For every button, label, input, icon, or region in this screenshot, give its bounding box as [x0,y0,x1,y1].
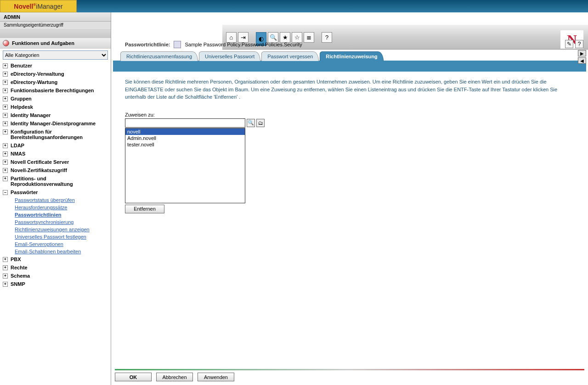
tree-toggle-icon[interactable]: + [3,176,8,181]
list-item[interactable]: novell [125,128,245,135]
tasks-icon [3,40,9,46]
instructions-text: Sie können diese Richtlinie mehreren Per… [111,72,588,106]
tab[interactable]: Universelles Passwort [199,51,260,61]
tree-item[interactable]: +Novell Certificate Server [0,158,111,166]
tree-item[interactable]: +NMAS [0,150,111,158]
tree-item[interactable]: +PBX [0,255,111,263]
list-item[interactable]: tester.novell [125,141,245,148]
tree-item[interactable]: +Schema [0,272,111,280]
apply-button[interactable]: Anwenden [198,373,234,381]
tab[interactable]: Richtlinienzuweisung [320,51,383,61]
page-help-icon[interactable]: ? [575,40,583,48]
tree-item-label: Schema [11,273,108,279]
assign-listbox[interactable]: novellAdmin.novelltester.novell [125,128,245,203]
tree-item-label: Identity Manager-Dienstprogramme [11,121,108,126]
tree-sub-item[interactable]: Passwortsynchronisierung [12,218,111,226]
remove-button[interactable]: Entfernen [125,205,164,213]
tree-toggle-icon[interactable]: – [3,190,8,195]
tree-item-label: Funktionsbasierte Berechtigungen [11,88,108,93]
tree-item-label: Benutzer [11,63,108,68]
ok-button[interactable]: OK [115,373,152,381]
tree-toggle-icon[interactable]: + [3,151,8,156]
breadcrumb: Sammlungseigentümerzugriff [0,22,111,30]
tree-item-label: NMAS [11,151,108,156]
tree-toggle-icon[interactable]: + [3,282,8,287]
content-area: ⌂ ⇥ ◐ 🔍 ★ ☆ ≣ ? N Passwortrichtlinie: Sa… [111,12,588,385]
tree-item[interactable]: +Benutzer [0,61,111,70]
tree-item[interactable]: +eDirectory-Verwaltung [0,70,111,78]
header-background [77,0,588,12]
tree-item[interactable]: –Passwörter [0,188,111,196]
assign-input[interactable] [125,118,245,128]
logo-novell: Novell [14,3,33,10]
tree-sub-item[interactable]: Passwortrichtlinien [12,211,111,218]
tree-item[interactable]: +Gruppen [0,95,111,103]
logo: Novell® iManager [0,0,77,12]
sidebar-title: Funktionen und Aufgaben [0,38,111,49]
tree-item-label: Gruppen [11,96,108,101]
tree-item-label: Identity Manager [11,112,108,118]
tree-toggle-icon[interactable]: + [3,265,8,270]
tree-item-label: Rechte [11,265,108,270]
nav-tree[interactable]: +Benutzer+eDirectory-Verwaltung+eDirecto… [0,61,111,374]
tree-toggle-icon[interactable]: + [3,160,8,165]
tab[interactable]: Passwort vergessen [261,51,319,61]
tree-toggle-icon[interactable]: + [3,72,8,77]
tree-toggle-icon[interactable]: + [3,168,8,173]
tree-sub-item[interactable]: Email-Serveroptionen [12,240,111,248]
tree-item-label: Passwörter [11,190,108,195]
tree-toggle-icon[interactable]: + [3,273,8,279]
tree-item[interactable]: +Konfiguration für Bereitstellungsanford… [0,128,111,141]
tree-toggle-icon[interactable]: + [3,105,8,110]
tree-sub-item[interactable]: Email-Schablonen bearbeiten [12,248,111,255]
edit-icon[interactable]: ✎ [565,40,573,48]
tree-sub-item[interactable]: Universelles Passwort festlegen [12,233,111,240]
tree-item[interactable]: +Funktionsbasierte Berechtigungen [0,86,111,95]
tree-toggle-icon[interactable]: + [3,143,8,148]
tree-item[interactable]: +SNMP [0,280,111,288]
tab[interactable]: Richtlinienzusammenfassung [120,51,198,61]
tree-toggle-icon[interactable]: + [3,113,8,118]
tree-item[interactable]: +Helpdesk [0,103,111,111]
tree-toggle-icon[interactable]: + [3,121,8,126]
tree-item[interactable]: +Identity Manager-Dienstprogramme [0,119,111,128]
object-icon [174,41,181,48]
tree-sub-item[interactable]: Richtlinienzuweisungen anzeigen [12,226,111,233]
tree-item-label: Helpdesk [11,104,108,110]
page-title-row: Passwortrichtlinie: Sample Password Poli… [111,37,588,51]
tree-toggle-icon[interactable]: + [3,96,8,101]
tree-item[interactable]: +Novell-Zertifikatszugriff [0,166,111,174]
tree-toggle-icon[interactable]: + [3,257,8,262]
tree-item[interactable]: +Rechte [0,263,111,272]
tree-toggle-icon[interactable]: + [3,129,8,134]
tree-item[interactable]: +eDirectory-Wartung [0,78,111,86]
tree-toggle-icon[interactable]: + [3,80,8,85]
list-item[interactable]: Admin.novell [125,135,245,141]
action-bar: OK Abbrechen Anwenden [115,369,584,381]
tree-toggle-icon[interactable]: + [3,88,8,93]
tree-item-label: Novell Certificate Server [11,159,108,165]
tree-item[interactable]: +LDAP [0,141,111,150]
tab-bar: RichtlinienzusammenfassungUniverselles P… [111,51,588,61]
page-title: Passwortrichtlinie: [125,42,170,47]
logo-imanager: iManager [36,3,62,10]
cancel-button[interactable]: Abbrechen [156,373,193,381]
tab-strip [113,61,586,72]
browse-tree-icon[interactable]: 🗂 [256,119,265,127]
tree-item-label: eDirectory-Wartung [11,79,108,85]
object-path: Sample Password Policy.Password Policies… [185,42,302,47]
sidebar: ADMIN Sammlungseigentümerzugriff Funktio… [0,12,111,385]
category-select[interactable]: Alle Kategorien [3,50,108,60]
browse-search-icon[interactable]: 🔍 [247,119,255,127]
tree-item-label: Novell-Zertifikatszugriff [11,167,108,173]
admin-label: ADMIN [0,12,111,22]
tree-item-label: LDAP [11,143,108,148]
tree-item-label: eDirectory-Verwaltung [11,71,108,77]
tree-item-label: Konfiguration für Bereitstellungsanforde… [11,129,108,140]
tree-item-label: SNMP [11,281,108,287]
tree-item[interactable]: +Partitions- und Reproduktionsverwaltung [0,174,111,188]
tree-toggle-icon[interactable]: + [3,63,8,68]
tree-item[interactable]: +Identity Manager [0,111,111,119]
tree-sub-item[interactable]: Passwortstatus überprüfen [12,196,111,204]
tree-sub-item[interactable]: Herausforderungssätze [12,204,111,211]
